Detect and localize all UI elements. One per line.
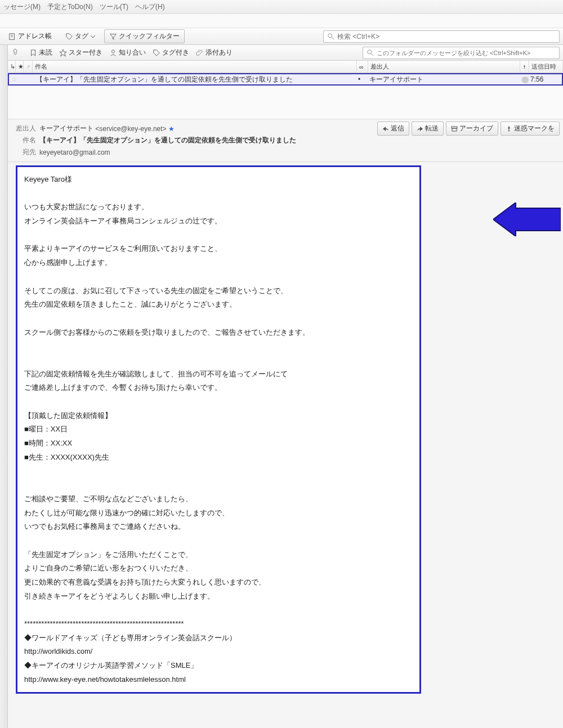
from-name[interactable]: キーアイサポート [39,124,93,133]
body-line: 下記の固定依頼情報を先生が確認致しまして、担当の可不可を追ってメールにて [24,367,413,381]
message-list-empty-area [8,86,563,119]
col-sender[interactable]: 差出人 [368,61,520,73]
svg-line-7 [371,53,373,55]
paperclip-icon [196,49,204,57]
subject-value: 【キーアイ】「先生固定オプション」を通しての固定依頼を先生側で受け取りました [39,136,296,145]
spam-button[interactable]: 迷惑マークを [501,122,560,136]
paperclip-icon [26,64,30,70]
col-thread[interactable]: ↳ [8,61,16,73]
filter-icon [109,33,117,41]
row-junk-icon[interactable]: ⬤ [519,75,528,83]
archive-label: アーカイブ [459,124,493,133]
col-read[interactable]: ∞ [357,61,368,73]
menu-tools[interactable]: ツール(T) [100,2,128,12]
body-line: 引き続きキーアイをどうぞよろしくお願い申し上げます。 [24,590,413,604]
archive-icon [451,125,458,132]
to-label: 宛先 [12,147,36,157]
reply-button[interactable]: 返信 [377,122,409,136]
addressbook-label: アドレス帳 [18,32,52,41]
pin-icon[interactable] [11,48,23,57]
svg-point-5 [111,50,114,52]
body-line: いつも大変お世話になっております。 [24,200,413,214]
body-line: ご相談やご要望、ご不明な点などございましたら、 [24,492,413,506]
menu-message[interactable]: ッセージ(M) [3,2,41,12]
body-line: ****************************************… [24,617,413,631]
tab-strip [0,14,563,28]
to-value[interactable]: keyeyetaro@gmail.com [39,149,110,156]
col-junk[interactable] [520,61,529,73]
flame-icon [506,125,512,132]
addressbook-button[interactable]: アドレス帳 [3,29,57,43]
reply-icon [382,125,389,132]
message-row-selected[interactable]: ☆ 【キーアイ】「先生固定オプション」を通しての固定依頼を先生側で受け取りました… [8,73,563,86]
contact-star-icon[interactable]: ★ [168,125,175,133]
person-icon [109,49,117,57]
folder-search[interactable] [363,47,560,59]
row-read-icon: • [356,75,367,83]
col-star[interactable]: ★ [16,61,24,73]
annotation-arrow [493,203,561,238]
body-line: ◆ワールドアイキッズ（子ども専用オンライン英会話スクール） [24,631,413,645]
folder-pane-collapsed[interactable] [0,45,8,728]
body-line: そしてこの度は、お気に召して下さっている先生の固定をご希望ということで、 [24,284,413,298]
chevron-down-icon [90,34,96,39]
from-label: 差出人 [12,124,36,133]
forward-label: 転送 [425,124,439,133]
global-search[interactable] [323,30,560,43]
message-body: Keyeye Taro様 いつも大変お世話になっております。 オンライン英会話キ… [16,165,421,694]
archive-button[interactable]: アーカイブ [446,122,498,136]
filter-tagged[interactable]: タグ付き [153,48,189,57]
col-subject[interactable]: 件名 [33,61,357,73]
menubar: ッセージ(M) 予定とToDo(N) ツール(T) ヘルプ(H) [0,0,563,14]
tag-icon [65,33,73,41]
reply-label: 返信 [391,124,404,133]
filter-unread[interactable]: 未読 [29,48,52,57]
folder-search-input[interactable] [377,50,556,56]
body-line: ご連絡差し上げますので、今暫くお待ち頂けたら幸いです。 [24,381,413,395]
main-toolbar: アドレス帳 タグ クイックフィルター [0,28,563,45]
body-line: Keyeye Taro様 [24,173,413,187]
body-line: 先生の固定依頼を頂きましたこと、誠にありがとうございます。 [24,298,413,312]
quickfilter-label: クイックフィルター [119,32,180,41]
row-subject: 【キーアイ】「先生固定オプション」を通しての固定依頼を先生側で受け取りました [34,75,356,84]
body-line: 平素よりキーアイのサービスをご利用頂いておりますこと、 [24,242,413,256]
filter-attachment[interactable]: 添付あり [196,48,233,57]
tag-icon [153,49,160,57]
forward-button[interactable]: 転送 [412,122,444,136]
row-time: 7:56 [528,75,562,83]
body-line: 心から感謝申し上げます。 [24,256,413,270]
row-sender: キーアイサポート [367,75,519,84]
search-icon [367,49,374,57]
from-address[interactable]: <service@key-eye.net> [95,125,166,133]
body-line: スクール側でお客様からのご依頼を受け取りましたので、ご報告させていただきます。 [24,326,413,340]
search-input[interactable] [337,33,556,41]
menu-help[interactable]: ヘルプ(H) [135,2,165,12]
menu-todo[interactable]: 予定とToDo(N) [47,2,93,12]
body-line: 更に効果的で有意義な受講をお持ち頂けたら大変うれしく思いますので、 [24,576,413,590]
tag-button[interactable]: タグ [60,29,101,43]
body-line: 「先生固定オプション」をご活用いただくことで、 [24,548,413,562]
body-line: ◆キーアイのオリジナル英語学習メソッド「SMLE」 [24,659,413,673]
flame-icon [522,64,526,70]
filter-starred[interactable]: スター付き [59,48,102,57]
body-line: わたくし辻が可能な限り迅速かつ的確に対応いたしますので、 [24,506,413,520]
row-star-icon[interactable]: ☆ [9,75,17,83]
column-headers: ↳ ★ 件名 ∞ 差出人 送信日時 [8,61,563,73]
svg-point-3 [328,33,332,37]
filter-contact-label: 知り合い [119,48,146,57]
body-line: よりご自身のご希望に近い形をおつくりいただき、 [24,561,413,576]
col-attachment[interactable] [24,61,33,73]
col-time[interactable]: 送信日時 [529,61,563,73]
addressbook-icon [8,33,16,41]
filter-unread-label: 未読 [39,48,52,57]
forward-icon [417,125,423,132]
body-line: http://www.key-eye.net/howtotakesmleless… [24,673,413,687]
body-line: ■時間：XX:XX [24,437,413,451]
subject-label: 件名 [12,136,36,145]
quickfilter-button[interactable]: クイックフィルター [104,29,185,43]
filter-attach-label: 添付あり [205,48,233,57]
body-line: オンライン英会話キーアイ事務局コンシェルジュの辻です。 [24,214,413,228]
filter-contact[interactable]: 知り合い [109,48,146,57]
tag-label: タグ [75,32,88,41]
svg-line-4 [332,37,334,39]
